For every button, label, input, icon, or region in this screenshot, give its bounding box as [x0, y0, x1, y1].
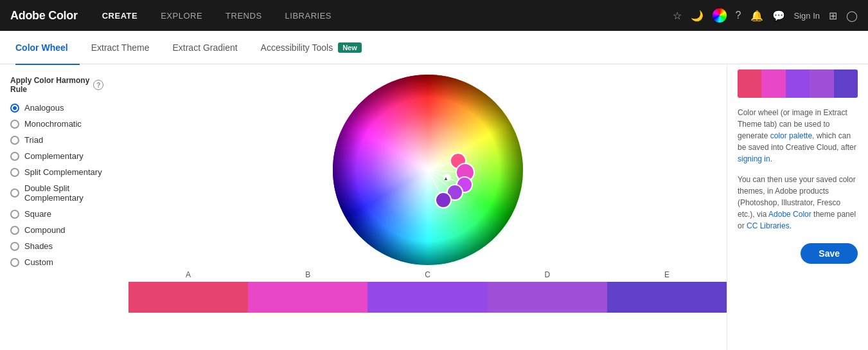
- color-wheel-nav-icon[interactable]: [713, 8, 727, 23]
- tab-accessibility-tools[interactable]: Accessibility Tools New: [249, 32, 373, 65]
- swatch-c[interactable]: [368, 282, 487, 313]
- brand-logo: Adobe Color: [10, 9, 78, 23]
- preview-swatch-1: [761, 69, 785, 98]
- radio-custom[interactable]: Custom: [10, 257, 118, 267]
- right-panel: Color wheel (or image in Extract Theme t…: [727, 64, 868, 350]
- grid-icon[interactable]: ⊞: [829, 10, 837, 22]
- swatch-label-d: D: [488, 270, 607, 279]
- swatch-section: ABCDE: [128, 266, 727, 313]
- radio-circle-double-split: [10, 189, 19, 198]
- radio-label-monochromatic: Monochromatic: [24, 119, 82, 129]
- node-e[interactable]: [436, 192, 451, 208]
- tabs-bar: Color Wheel Extract Theme Extract Gradie…: [0, 31, 868, 64]
- nav-libraries[interactable]: LIBRARIES: [281, 8, 335, 23]
- radio-label-compound: Compound: [24, 225, 66, 235]
- nav-trends[interactable]: TRENDS: [222, 8, 265, 23]
- radio-label-split-complementary: Split Complementary: [24, 167, 102, 177]
- radio-double-split[interactable]: Double Split Complementary: [10, 183, 118, 203]
- info-link-signin[interactable]: signing in: [738, 154, 770, 163]
- radio-circle-shades: [10, 242, 19, 251]
- harmony-help-icon[interactable]: ?: [93, 80, 103, 90]
- radio-circle-square: [10, 210, 19, 219]
- preview-swatches: [738, 69, 858, 98]
- radio-shades[interactable]: Shades: [10, 241, 118, 251]
- radio-circle-complementary: [10, 152, 19, 161]
- swatch-label-b: B: [248, 270, 368, 279]
- radio-group: AnalogousMonochromaticTriadComplementary…: [10, 103, 118, 267]
- info-link-cc-libraries[interactable]: CC Libraries: [747, 221, 790, 230]
- color-wheel[interactable]: ▲: [332, 73, 524, 266]
- info-text-2: You can then use your saved color themes…: [738, 174, 858, 232]
- radio-split-complementary[interactable]: Split Complementary: [10, 167, 118, 177]
- radio-circle-split-complementary: [10, 168, 19, 177]
- radio-monochromatic[interactable]: Monochromatic: [10, 119, 118, 129]
- info-link-palette[interactable]: color palette: [770, 131, 812, 140]
- radio-label-square: Square: [24, 209, 51, 219]
- radio-label-triad: Triad: [24, 135, 43, 145]
- radio-label-analogous: Analogous: [24, 103, 64, 113]
- tab-extract-gradient[interactable]: Extract Gradient: [161, 32, 249, 65]
- radio-circle-monochromatic: [10, 120, 19, 129]
- tab-extract-theme[interactable]: Extract Theme: [80, 32, 161, 65]
- nav-right: ☆ 🌙 ? 🔔 💬 Sign In ⊞ ◯: [673, 8, 858, 23]
- help-icon[interactable]: ?: [736, 10, 741, 21]
- swatch-b[interactable]: [248, 282, 368, 313]
- swatch-labels: ABCDE: [128, 270, 727, 282]
- star-icon[interactable]: ☆: [673, 10, 682, 22]
- moon-icon[interactable]: 🌙: [691, 10, 704, 22]
- notification-icon[interactable]: 🔔: [750, 10, 763, 22]
- account-icon[interactable]: ◯: [846, 10, 858, 22]
- radio-label-custom: Custom: [24, 257, 53, 267]
- color-wheel-svg[interactable]: ▲: [332, 73, 524, 266]
- radio-label-shades: Shades: [24, 241, 53, 251]
- harmony-label: Apply Color HarmonyRule ?: [10, 76, 118, 94]
- radio-label-complementary: Complementary: [24, 151, 84, 161]
- center-area: ▲ ABCDE: [128, 64, 727, 350]
- radio-circle-compound: [10, 226, 19, 235]
- radio-label-double-split: Double Split Complementary: [24, 183, 118, 203]
- info-link-adobe-color[interactable]: Adobe Color: [768, 210, 811, 219]
- radio-circle-analogous: [10, 104, 19, 113]
- preview-swatch-0: [738, 69, 761, 98]
- svg-text:▲: ▲: [443, 176, 448, 181]
- radio-square[interactable]: Square: [10, 209, 118, 219]
- radio-circle-custom: [10, 258, 19, 267]
- radio-circle-triad: [10, 136, 19, 145]
- left-panel: Apply Color HarmonyRule ? AnalogousMonoc…: [0, 64, 128, 350]
- sign-in-link[interactable]: Sign In: [794, 11, 820, 21]
- swatch-label-a: A: [128, 270, 248, 279]
- radio-analogous[interactable]: Analogous: [10, 103, 118, 113]
- swatch-a[interactable]: [128, 282, 248, 313]
- radio-complementary[interactable]: Complementary: [10, 151, 118, 161]
- swatch-label-e: E: [607, 270, 727, 279]
- nav-create[interactable]: CREATE: [98, 8, 141, 23]
- swatches-row[interactable]: [128, 282, 727, 313]
- new-badge: New: [338, 42, 362, 53]
- swatch-e[interactable]: [607, 282, 727, 313]
- preview-swatch-3: [810, 69, 833, 98]
- top-nav: Adobe Color CREATE EXPLORE TRENDS LIBRAR…: [0, 0, 868, 31]
- info-text-1: Color wheel (or image in Extract Theme t…: [738, 107, 858, 165]
- swatch-label-c: C: [368, 270, 487, 279]
- preview-swatch-4: [834, 69, 858, 98]
- radio-triad[interactable]: Triad: [10, 135, 118, 145]
- preview-swatch-2: [786, 69, 810, 98]
- tab-color-wheel[interactable]: Color Wheel: [15, 32, 80, 65]
- harmony-label-text: Apply Color HarmonyRule: [10, 76, 89, 94]
- nav-explore[interactable]: EXPLORE: [157, 8, 206, 23]
- chat-icon[interactable]: 💬: [772, 10, 785, 22]
- main-layout: Apply Color HarmonyRule ? AnalogousMonoc…: [0, 64, 868, 350]
- swatch-d[interactable]: [488, 282, 607, 313]
- radio-compound[interactable]: Compound: [10, 225, 118, 235]
- save-button[interactable]: Save: [801, 243, 858, 264]
